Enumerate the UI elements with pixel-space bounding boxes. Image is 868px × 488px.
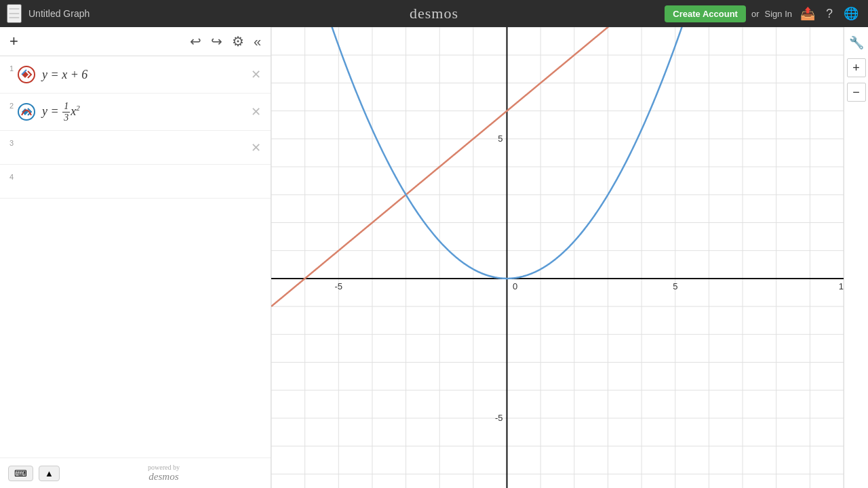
- graph-canvas: [271, 27, 844, 488]
- expr-close-2[interactable]: ✕: [248, 104, 264, 119]
- expr-num-1: 1: [0, 62, 14, 73]
- expr-num-4: 4: [0, 170, 14, 181]
- expr-num-3: 3: [0, 136, 14, 147]
- settings-button[interactable]: ⚙: [229, 32, 247, 51]
- expr-icon-2: [16, 102, 37, 122]
- or-text: or: [751, 9, 760, 19]
- header: ☰ Untitled Graph desmos Create Account o…: [0, 0, 868, 27]
- right-toolbar: 🔧 + −: [844, 27, 868, 488]
- expr-icon-1: [16, 64, 37, 85]
- expr-close-3[interactable]: ✕: [248, 140, 264, 155]
- expression-row-1: 1 y = x + 6 ✕: [0, 56, 271, 94]
- expression-row-2: 2 y = 13x2 ✕: [0, 94, 271, 131]
- expression-toolbar: + ↩ ↪ ⚙ «: [0, 27, 271, 56]
- zoom-in-button[interactable]: +: [847, 58, 866, 77]
- desmos-logo: desmos: [410, 5, 458, 22]
- create-account-button[interactable]: Create Account: [665, 5, 746, 22]
- redo-button[interactable]: ↪: [208, 32, 225, 51]
- share-icon[interactable]: 📤: [797, 5, 818, 22]
- undo-button[interactable]: ↩: [187, 32, 204, 51]
- add-expression-button[interactable]: +: [7, 31, 21, 52]
- expr-num-2: 2: [0, 99, 14, 110]
- panel-footer: ⌨ ▲ powered by desmos: [0, 458, 271, 488]
- header-actions: Create Account or Sign In 📤 ? 🌐: [665, 5, 861, 22]
- graph-area[interactable]: [271, 27, 844, 488]
- expr-formula-2[interactable]: y = 13x2: [42, 101, 248, 123]
- expand-button[interactable]: ▲: [39, 466, 60, 481]
- collapse-panel-button[interactable]: «: [251, 33, 264, 51]
- footer-logo: powered by desmos: [65, 464, 262, 483]
- expr-close-1[interactable]: ✕: [248, 67, 264, 82]
- help-icon[interactable]: ?: [823, 5, 835, 22]
- footer-desmos-logo: desmos: [65, 471, 262, 483]
- expression-panel: + ↩ ↪ ⚙ « 1 y = x + 6 ✕ 2: [0, 27, 271, 488]
- main-layout: + ↩ ↪ ⚙ « 1 y = x + 6 ✕ 2: [0, 27, 868, 488]
- menu-button[interactable]: ☰: [7, 4, 22, 23]
- keyboard-button[interactable]: ⌨: [8, 466, 33, 481]
- powered-by-text: powered by: [65, 464, 262, 471]
- expression-row-3[interactable]: 3 ✕: [0, 131, 271, 165]
- wrench-button[interactable]: 🔧: [846, 33, 867, 53]
- sign-in-button[interactable]: Sign In: [765, 9, 792, 19]
- expression-row-4[interactable]: 4: [0, 165, 271, 199]
- expr-formula-1[interactable]: y = x + 6: [42, 68, 248, 82]
- language-icon[interactable]: 🌐: [841, 5, 861, 22]
- graph-title: Untitled Graph: [28, 8, 665, 19]
- zoom-out-button[interactable]: −: [847, 83, 866, 102]
